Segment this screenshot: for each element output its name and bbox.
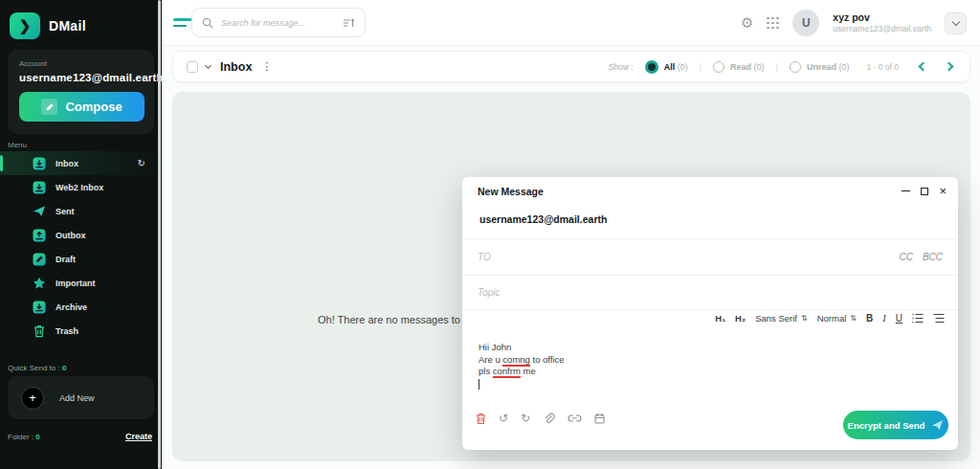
folder-count: 0 (35, 433, 39, 441)
heading1-button[interactable]: H₁ (715, 313, 725, 324)
refresh-icon[interactable]: ↻ (138, 158, 145, 168)
user-name: xyz pov (833, 11, 931, 24)
sent-icon (33, 205, 46, 218)
filter-separator: | (776, 62, 778, 72)
to-placeholder: TO (478, 252, 491, 262)
bullet-list-icon[interactable] (933, 313, 945, 324)
size-select[interactable]: Normal⇅ (817, 313, 857, 324)
pagination-text: 1 - 0 of 0 (866, 62, 899, 72)
filter-all[interactable]: All (0) (645, 60, 688, 74)
folder-label: Folder : 0 (8, 433, 40, 441)
topic-placeholder: Topic (478, 287, 501, 298)
sidebar-item-trash[interactable]: Trash (0, 319, 159, 343)
undo-icon[interactable]: ↺ (499, 412, 508, 425)
chevron-down-icon (951, 17, 959, 25)
page-title: Inbox (220, 60, 252, 74)
italic-button[interactable]: I (882, 313, 886, 324)
redo-icon[interactable]: ↻ (521, 412, 530, 425)
sidebar-item-label: Important (56, 279, 96, 288)
minimize-icon[interactable] (902, 190, 910, 191)
text-caret (479, 379, 479, 390)
filter-group: All (0)| Read (0)| Unread (0) (645, 60, 850, 74)
dmail-logo-icon: ❯ (10, 12, 40, 39)
account-email: username123@dmail.earth (19, 72, 145, 83)
filter-read[interactable]: Read (0) (713, 61, 765, 73)
hamburger-menu-icon[interactable] (173, 18, 192, 31)
sidebar-item-label: Outbox (56, 231, 86, 240)
sidebar-item-label: Inbox (56, 159, 78, 168)
cc-toggle[interactable]: CC (899, 252, 912, 262)
to-field[interactable]: TO CC BCC (462, 238, 958, 276)
sidebar-item-inbox[interactable]: Inbox↻ (0, 151, 159, 175)
send-plane-icon (931, 419, 944, 431)
calendar-icon[interactable] (594, 413, 605, 424)
gear-icon[interactable]: ⚙ (741, 14, 753, 32)
updown-icon: ⇅ (801, 314, 808, 323)
filter-unread[interactable]: Unread (0) (790, 61, 850, 73)
encrypt-send-button[interactable]: Encrypt and Send (843, 411, 948, 439)
create-folder-link[interactable]: Create (125, 432, 152, 441)
web2-inbox-icon (33, 181, 46, 194)
sidebar-item-archive[interactable]: Archive (0, 295, 159, 319)
plus-icon: + (21, 387, 44, 410)
sidebar-item-outbox[interactable]: Outbox (0, 223, 159, 247)
font-select[interactable]: Sans Serif⇅ (755, 313, 808, 324)
attach-icon[interactable] (543, 413, 555, 425)
brand-logo[interactable]: ❯ DMail (10, 12, 86, 39)
header-right: ⚙ U xyz pov username123@dmail.earth (741, 0, 967, 46)
heading2-button[interactable]: H₂ (735, 313, 746, 324)
sidebar-item-web2-inbox[interactable]: Web2 Inbox (0, 175, 159, 199)
inbox-toolbar: Inbox ⋮ Show : All (0)| Read (0)| Unread… (172, 51, 970, 82)
sidebar-item-label: Web2 Inbox (56, 183, 103, 192)
topic-field[interactable]: Topic (462, 276, 958, 310)
bold-button[interactable]: B (866, 313, 873, 324)
sidebar-item-label: Trash (56, 326, 78, 336)
radio-icon (713, 61, 724, 73)
sidebar-item-sent[interactable]: Sent (0, 199, 159, 223)
sidebar-item-important[interactable]: Important (0, 271, 159, 295)
bcc-toggle[interactable]: BCC (923, 252, 943, 262)
format-toolbar: H₁ H₂ Sans Serif⇅ Normal⇅ B I U (715, 313, 945, 324)
link-icon[interactable] (568, 413, 582, 423)
inbox-icon (33, 157, 46, 170)
compose-button[interactable]: Compose (19, 92, 145, 122)
compose-bottom-toolbar: ↺ ↻ (476, 412, 605, 425)
more-options-icon[interactable]: ⋮ (261, 60, 272, 73)
menu-label: Menu (8, 141, 27, 149)
sidebar-menu: Inbox↻ Web2 Inbox Sent Outbox Draft Impo… (0, 151, 159, 343)
search-box (191, 8, 366, 37)
ordered-list-icon[interactable] (912, 313, 924, 324)
account-label: Account (19, 59, 145, 68)
search-input[interactable] (221, 18, 335, 28)
pencil-icon (41, 99, 57, 115)
prev-page-button[interactable] (919, 62, 928, 72)
sidebar: ❯ DMail Account username123@dmail.earth … (0, 0, 162, 469)
sidebar-item-label: Draft (56, 255, 76, 264)
compose-title: New Message (478, 186, 544, 197)
send-label: Encrypt and Send (848, 420, 925, 431)
select-dropdown-icon[interactable] (205, 62, 212, 69)
select-all-checkbox[interactable] (187, 61, 198, 73)
top-header: ⚙ U xyz pov username123@dmail.earth (162, 0, 980, 46)
filter-sort-icon[interactable] (343, 17, 355, 29)
avatar[interactable]: U (792, 10, 819, 36)
maximize-icon[interactable] (921, 188, 928, 195)
close-icon[interactable]: × (939, 185, 947, 197)
important-icon (33, 277, 46, 290)
sidebar-scrollbar[interactable] (158, 0, 161, 469)
add-new-label: Add New (59, 393, 95, 403)
delete-draft-icon[interactable] (476, 413, 486, 425)
apps-grid-icon[interactable] (767, 17, 779, 30)
trash-icon (33, 324, 46, 338)
show-label: Show : (609, 62, 634, 72)
account-dropdown-button[interactable] (945, 12, 967, 34)
compose-body[interactable]: Hii JohnAre u comng to officepls confrm … (479, 342, 565, 390)
sidebar-item-draft[interactable]: Draft (0, 247, 159, 271)
folder-row: Folder : 0 Create (8, 432, 152, 441)
underline-button[interactable]: U (896, 313, 902, 324)
cc-bcc-toggles: CC BCC (899, 252, 943, 262)
draft-icon (33, 253, 46, 266)
add-new-button[interactable]: + Add New (8, 376, 154, 419)
radio-icon (645, 60, 658, 74)
next-page-button[interactable] (945, 62, 954, 72)
